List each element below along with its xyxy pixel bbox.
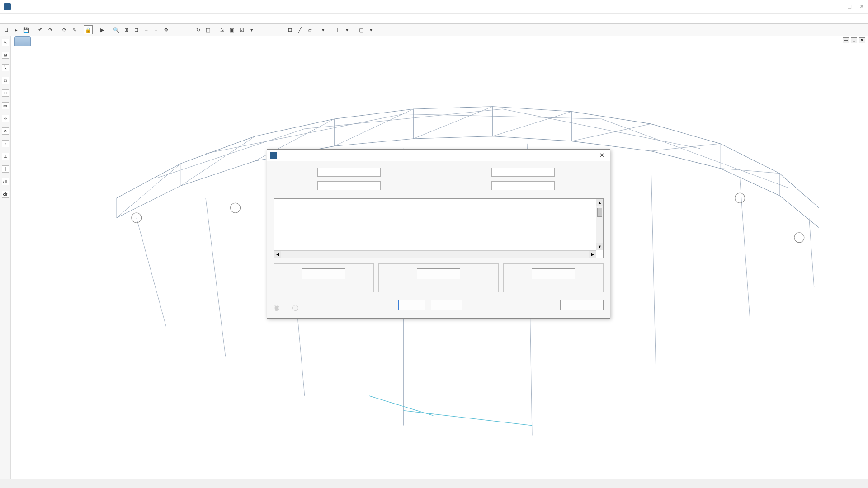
- view-close-icon[interactable]: ✕: [859, 37, 865, 43]
- scroll-down-icon[interactable]: ▼: [596, 243, 603, 250]
- svg-point-38: [794, 233, 804, 243]
- line-icon[interactable]: ╲: [2, 64, 9, 71]
- draw-area-icon[interactable]: ▭: [2, 102, 9, 109]
- joint-icon[interactable]: ⊡: [285, 25, 294, 34]
- all-icon[interactable]: all: [2, 178, 9, 185]
- svg-line-34: [369, 396, 433, 416]
- redo-icon[interactable]: ↷: [46, 25, 55, 34]
- dropdown4-icon[interactable]: ▾: [367, 25, 376, 34]
- details-group: [378, 263, 499, 292]
- scroll-right-icon[interactable]: ▶: [589, 251, 596, 258]
- pan-icon[interactable]: ✥: [161, 25, 170, 34]
- scroll-thumb[interactable]: [597, 208, 602, 217]
- scroll-left-icon[interactable]: ◀: [274, 251, 281, 258]
- svg-line-30: [651, 159, 656, 366]
- svg-line-25: [137, 218, 166, 327]
- main-toolbar: 🗋 ▸ 💾 ↶ ↷ ⟳ ✎ 🔒 ▶ 🔍 ⊞ ⊟ ＋ － ✥ ↻ ◫ ⇲ ▣ ☑ …: [0, 23, 868, 36]
- draw-frame-icon[interactable]: □: [2, 89, 9, 97]
- minimize-icon[interactable]: —: [834, 3, 840, 10]
- zoom-prev-icon[interactable]: ⊟: [132, 25, 141, 34]
- view-tab[interactable]: [14, 36, 31, 46]
- stress-check-dialog: ✕ ▲: [267, 149, 610, 319]
- lock-icon[interactable]: 🔒: [84, 25, 93, 34]
- svg-line-13: [334, 109, 413, 146]
- dialog-titlebar[interactable]: ✕: [267, 150, 610, 161]
- frame-id-field[interactable]: [317, 168, 381, 177]
- analysis-section-field[interactable]: [491, 168, 555, 177]
- svg-line-16: [572, 124, 651, 141]
- strength-radio: [274, 305, 282, 311]
- dropdown2-icon[interactable]: ▾: [319, 25, 328, 34]
- check-icon[interactable]: ☑: [237, 25, 246, 34]
- status-bar: [0, 479, 868, 488]
- snap-icon[interactable]: ⊹: [2, 115, 9, 122]
- poly-icon[interactable]: ⬠: [2, 77, 9, 84]
- complete-details-group: [503, 263, 604, 292]
- table-format-button[interactable]: [560, 300, 604, 310]
- close-icon[interactable]: ✕: [859, 3, 864, 10]
- zoom-window-icon[interactable]: 🔍: [112, 25, 121, 34]
- snap5-icon[interactable]: ∥: [2, 165, 9, 173]
- view-min-icon[interactable]: —: [843, 37, 849, 43]
- results-table[interactable]: ▲ ▼ ◀ ▶: [274, 198, 604, 258]
- overwrites-group: [274, 263, 374, 292]
- window-titlebar: — □ ✕: [0, 0, 868, 14]
- run-icon[interactable]: ▶: [98, 25, 107, 34]
- area-icon[interactable]: ▱: [305, 25, 314, 34]
- pencil-icon[interactable]: ✎: [70, 25, 79, 34]
- svg-line-23: [502, 109, 700, 149]
- pointer-icon[interactable]: ↖: [2, 39, 9, 46]
- cancel-button[interactable]: [431, 300, 462, 310]
- frame-icon[interactable]: ╱: [295, 25, 304, 34]
- save-icon[interactable]: 💾: [22, 25, 31, 34]
- open-icon[interactable]: ▸: [12, 25, 21, 34]
- svg-line-15: [493, 112, 572, 136]
- scroll-up-icon[interactable]: ▲: [596, 199, 603, 206]
- clear-icon[interactable]: clr: [2, 191, 9, 198]
- new-icon[interactable]: 🗋: [2, 25, 11, 34]
- dropdown-icon[interactable]: ▾: [247, 25, 256, 34]
- refresh-icon[interactable]: ⟳: [60, 25, 69, 34]
- design-code-field[interactable]: [317, 181, 381, 190]
- dropdown3-icon[interactable]: ▾: [343, 25, 352, 34]
- dialog-close-icon[interactable]: ✕: [596, 151, 607, 160]
- box-icon[interactable]: ▢: [357, 25, 366, 34]
- draw-special-icon[interactable]: ⊞: [2, 52, 9, 59]
- svg-line-11: [181, 136, 255, 185]
- left-toolbar: ↖ ⊞ ╲ ⬠ □ ▭ ⊹ ✕ ◦ ⊥ ∥ all clr: [0, 36, 11, 479]
- deflection-radio: [292, 305, 301, 311]
- view-max-icon[interactable]: □: [851, 37, 857, 43]
- zoom-extents-icon[interactable]: ⊞: [122, 25, 131, 34]
- perspective-icon[interactable]: ◫: [203, 25, 212, 34]
- dialog-icon: [270, 152, 277, 159]
- rotate-icon[interactable]: ↻: [193, 25, 203, 34]
- vertical-scrollbar[interactable]: ▲ ▼: [596, 199, 603, 250]
- text-icon[interactable]: I: [333, 25, 342, 34]
- svg-line-24: [601, 119, 789, 188]
- svg-line-33: [404, 411, 532, 426]
- undo-icon[interactable]: ↶: [36, 25, 45, 34]
- svg-point-36: [231, 203, 241, 213]
- object-icon[interactable]: ▣: [227, 25, 236, 34]
- zoom-in-icon[interactable]: ＋: [142, 25, 151, 34]
- zoom-out-icon[interactable]: －: [151, 25, 160, 34]
- menu-bar: [0, 14, 868, 23]
- svg-line-26: [206, 198, 226, 356]
- snap2-icon[interactable]: ✕: [2, 127, 9, 135]
- summary-button[interactable]: [417, 268, 460, 279]
- app-icon: [4, 3, 11, 10]
- design-section-field[interactable]: [491, 181, 555, 190]
- svg-point-37: [735, 193, 745, 203]
- shrink-icon[interactable]: ⇲: [217, 25, 226, 34]
- snap3-icon[interactable]: ◦: [2, 140, 9, 147]
- overwrites-button[interactable]: [302, 268, 345, 279]
- maximize-icon[interactable]: □: [848, 3, 851, 10]
- snap4-icon[interactable]: ⊥: [2, 153, 9, 160]
- svg-line-20: [206, 114, 404, 154]
- svg-line-32: [809, 218, 814, 287]
- horizontal-scrollbar[interactable]: ◀ ▶: [274, 250, 596, 258]
- ok-button[interactable]: [398, 300, 425, 310]
- tabular-data-button[interactable]: [532, 268, 575, 279]
